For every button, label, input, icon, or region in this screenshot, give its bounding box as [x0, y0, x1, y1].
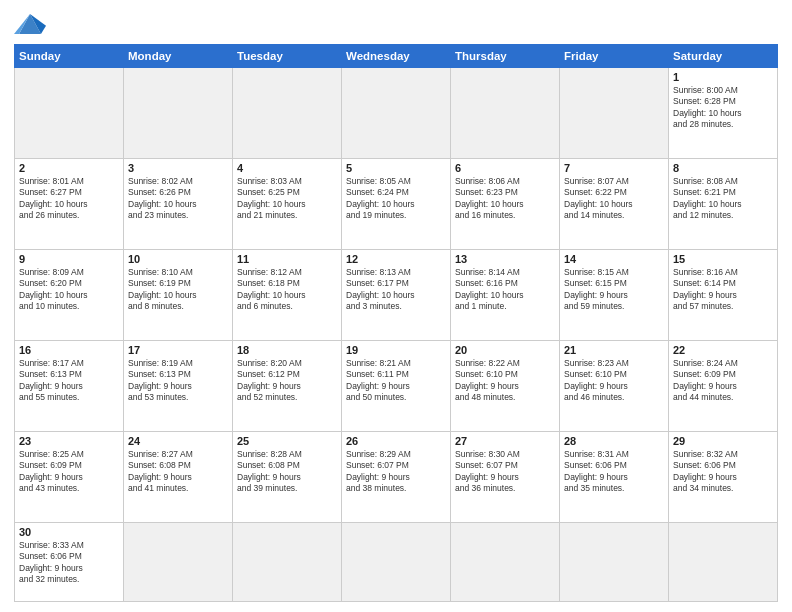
calendar-cell: 22Sunrise: 8:24 AM Sunset: 6:09 PM Dayli… — [669, 340, 778, 431]
day-info: Sunrise: 8:16 AM Sunset: 6:14 PM Dayligh… — [673, 267, 773, 313]
day-number: 14 — [564, 253, 664, 265]
page: SundayMondayTuesdayWednesdayThursdayFrid… — [0, 0, 792, 612]
day-number: 21 — [564, 344, 664, 356]
calendar-cell — [15, 68, 124, 159]
day-number: 27 — [455, 435, 555, 447]
calendar-cell: 6Sunrise: 8:06 AM Sunset: 6:23 PM Daylig… — [451, 158, 560, 249]
calendar-cell: 1Sunrise: 8:00 AM Sunset: 6:28 PM Daylig… — [669, 68, 778, 159]
weekday-header-monday: Monday — [124, 45, 233, 68]
day-number: 3 — [128, 162, 228, 174]
weekday-header-sunday: Sunday — [15, 45, 124, 68]
day-info: Sunrise: 8:24 AM Sunset: 6:09 PM Dayligh… — [673, 358, 773, 404]
calendar-cell: 17Sunrise: 8:19 AM Sunset: 6:13 PM Dayli… — [124, 340, 233, 431]
calendar-cell: 9Sunrise: 8:09 AM Sunset: 6:20 PM Daylig… — [15, 249, 124, 340]
day-info: Sunrise: 8:27 AM Sunset: 6:08 PM Dayligh… — [128, 449, 228, 495]
day-info: Sunrise: 8:32 AM Sunset: 6:06 PM Dayligh… — [673, 449, 773, 495]
day-number: 20 — [455, 344, 555, 356]
calendar-cell: 2Sunrise: 8:01 AM Sunset: 6:27 PM Daylig… — [15, 158, 124, 249]
day-number: 5 — [346, 162, 446, 174]
day-number: 16 — [19, 344, 119, 356]
weekday-header-friday: Friday — [560, 45, 669, 68]
calendar-week-4: 23Sunrise: 8:25 AM Sunset: 6:09 PM Dayli… — [15, 431, 778, 522]
calendar-week-5: 30Sunrise: 8:33 AM Sunset: 6:06 PM Dayli… — [15, 522, 778, 601]
calendar-week-2: 9Sunrise: 8:09 AM Sunset: 6:20 PM Daylig… — [15, 249, 778, 340]
day-info: Sunrise: 8:01 AM Sunset: 6:27 PM Dayligh… — [19, 176, 119, 222]
weekday-header-thursday: Thursday — [451, 45, 560, 68]
calendar-cell: 21Sunrise: 8:23 AM Sunset: 6:10 PM Dayli… — [560, 340, 669, 431]
day-info: Sunrise: 8:25 AM Sunset: 6:09 PM Dayligh… — [19, 449, 119, 495]
calendar-cell — [124, 68, 233, 159]
calendar-cell: 18Sunrise: 8:20 AM Sunset: 6:12 PM Dayli… — [233, 340, 342, 431]
calendar-cell: 25Sunrise: 8:28 AM Sunset: 6:08 PM Dayli… — [233, 431, 342, 522]
day-number: 22 — [673, 344, 773, 356]
calendar-cell — [451, 68, 560, 159]
calendar-cell — [342, 68, 451, 159]
day-info: Sunrise: 8:29 AM Sunset: 6:07 PM Dayligh… — [346, 449, 446, 495]
day-info: Sunrise: 8:30 AM Sunset: 6:07 PM Dayligh… — [455, 449, 555, 495]
day-number: 1 — [673, 71, 773, 83]
calendar-cell: 20Sunrise: 8:22 AM Sunset: 6:10 PM Dayli… — [451, 340, 560, 431]
day-info: Sunrise: 8:03 AM Sunset: 6:25 PM Dayligh… — [237, 176, 337, 222]
logo-icon — [14, 10, 46, 38]
day-number: 12 — [346, 253, 446, 265]
day-info: Sunrise: 8:08 AM Sunset: 6:21 PM Dayligh… — [673, 176, 773, 222]
calendar-cell: 4Sunrise: 8:03 AM Sunset: 6:25 PM Daylig… — [233, 158, 342, 249]
day-info: Sunrise: 8:22 AM Sunset: 6:10 PM Dayligh… — [455, 358, 555, 404]
weekday-header-wednesday: Wednesday — [342, 45, 451, 68]
day-info: Sunrise: 8:02 AM Sunset: 6:26 PM Dayligh… — [128, 176, 228, 222]
day-info: Sunrise: 8:28 AM Sunset: 6:08 PM Dayligh… — [237, 449, 337, 495]
calendar-cell: 26Sunrise: 8:29 AM Sunset: 6:07 PM Dayli… — [342, 431, 451, 522]
day-number: 28 — [564, 435, 664, 447]
day-info: Sunrise: 8:33 AM Sunset: 6:06 PM Dayligh… — [19, 540, 119, 586]
weekday-header-row: SundayMondayTuesdayWednesdayThursdayFrid… — [15, 45, 778, 68]
day-info: Sunrise: 8:12 AM Sunset: 6:18 PM Dayligh… — [237, 267, 337, 313]
day-info: Sunrise: 8:23 AM Sunset: 6:10 PM Dayligh… — [564, 358, 664, 404]
calendar-cell — [124, 522, 233, 601]
calendar-cell: 19Sunrise: 8:21 AM Sunset: 6:11 PM Dayli… — [342, 340, 451, 431]
calendar-cell: 7Sunrise: 8:07 AM Sunset: 6:22 PM Daylig… — [560, 158, 669, 249]
calendar-cell: 5Sunrise: 8:05 AM Sunset: 6:24 PM Daylig… — [342, 158, 451, 249]
day-number: 26 — [346, 435, 446, 447]
day-number: 18 — [237, 344, 337, 356]
day-info: Sunrise: 8:31 AM Sunset: 6:06 PM Dayligh… — [564, 449, 664, 495]
calendar-cell — [451, 522, 560, 601]
day-number: 4 — [237, 162, 337, 174]
calendar-cell: 16Sunrise: 8:17 AM Sunset: 6:13 PM Dayli… — [15, 340, 124, 431]
day-number: 6 — [455, 162, 555, 174]
day-number: 19 — [346, 344, 446, 356]
calendar-cell: 12Sunrise: 8:13 AM Sunset: 6:17 PM Dayli… — [342, 249, 451, 340]
weekday-header-saturday: Saturday — [669, 45, 778, 68]
day-number: 23 — [19, 435, 119, 447]
day-info: Sunrise: 8:15 AM Sunset: 6:15 PM Dayligh… — [564, 267, 664, 313]
day-info: Sunrise: 8:05 AM Sunset: 6:24 PM Dayligh… — [346, 176, 446, 222]
calendar-cell — [233, 522, 342, 601]
calendar-cell — [342, 522, 451, 601]
day-number: 2 — [19, 162, 119, 174]
day-number: 13 — [455, 253, 555, 265]
calendar-table: SundayMondayTuesdayWednesdayThursdayFrid… — [14, 44, 778, 602]
calendar-cell: 10Sunrise: 8:10 AM Sunset: 6:19 PM Dayli… — [124, 249, 233, 340]
day-info: Sunrise: 8:00 AM Sunset: 6:28 PM Dayligh… — [673, 85, 773, 131]
calendar-cell: 14Sunrise: 8:15 AM Sunset: 6:15 PM Dayli… — [560, 249, 669, 340]
calendar-cell — [560, 68, 669, 159]
calendar-cell: 13Sunrise: 8:14 AM Sunset: 6:16 PM Dayli… — [451, 249, 560, 340]
calendar-cell: 24Sunrise: 8:27 AM Sunset: 6:08 PM Dayli… — [124, 431, 233, 522]
day-number: 17 — [128, 344, 228, 356]
calendar-cell: 11Sunrise: 8:12 AM Sunset: 6:18 PM Dayli… — [233, 249, 342, 340]
day-info: Sunrise: 8:19 AM Sunset: 6:13 PM Dayligh… — [128, 358, 228, 404]
calendar-cell — [233, 68, 342, 159]
day-number: 24 — [128, 435, 228, 447]
day-number: 10 — [128, 253, 228, 265]
calendar-cell: 23Sunrise: 8:25 AM Sunset: 6:09 PM Dayli… — [15, 431, 124, 522]
day-info: Sunrise: 8:09 AM Sunset: 6:20 PM Dayligh… — [19, 267, 119, 313]
calendar-cell: 15Sunrise: 8:16 AM Sunset: 6:14 PM Dayli… — [669, 249, 778, 340]
calendar-week-3: 16Sunrise: 8:17 AM Sunset: 6:13 PM Dayli… — [15, 340, 778, 431]
day-number: 7 — [564, 162, 664, 174]
day-number: 8 — [673, 162, 773, 174]
calendar-cell: 28Sunrise: 8:31 AM Sunset: 6:06 PM Dayli… — [560, 431, 669, 522]
day-info: Sunrise: 8:06 AM Sunset: 6:23 PM Dayligh… — [455, 176, 555, 222]
calendar-cell — [560, 522, 669, 601]
calendar-cell: 30Sunrise: 8:33 AM Sunset: 6:06 PM Dayli… — [15, 522, 124, 601]
calendar-cell — [669, 522, 778, 601]
day-number: 29 — [673, 435, 773, 447]
